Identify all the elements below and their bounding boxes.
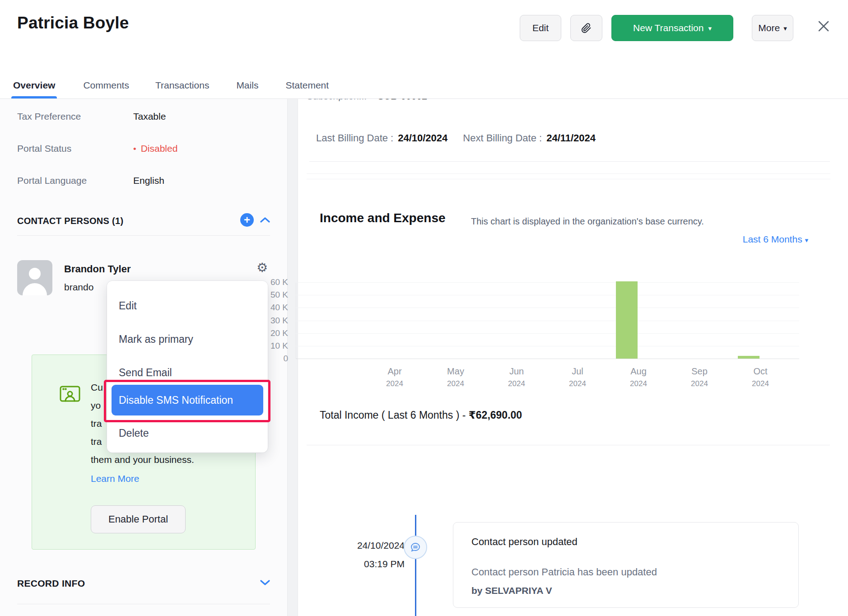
plus-icon: + xyxy=(244,215,250,225)
gridline xyxy=(296,295,799,295)
more-button[interactable]: More ▾ xyxy=(752,15,793,41)
caret-down-icon: ▾ xyxy=(783,25,787,32)
event-description: Contact person Patricia has been updated xyxy=(471,566,657,578)
portal-language-value: English xyxy=(133,175,164,186)
portal-language-label: Portal Language xyxy=(17,175,87,186)
timeline-line xyxy=(415,515,416,616)
chart-period-dropdown[interactable]: Last 6 Months ▾ xyxy=(724,234,808,245)
timeline-comment-icon xyxy=(404,536,427,559)
event-title: Contact person updated xyxy=(471,536,578,548)
page-title: Patricia Boyle xyxy=(17,14,129,33)
gridline xyxy=(296,321,799,321)
timeline-time: 03:19 PM xyxy=(316,559,405,569)
divider xyxy=(307,173,830,174)
new-transaction-button[interactable]: New Transaction ▾ xyxy=(611,15,733,41)
x-axis-label: Oct2024 xyxy=(729,366,792,388)
divider xyxy=(17,604,270,604)
income-expense-chart: 60 K50 K40 K30 K20 K10 K0Apr2024May2024J… xyxy=(296,282,799,359)
chart-subtitle: This chart is displayed in the organizat… xyxy=(471,216,704,227)
clipped-subscription-row: Subscription...SUB-00002 xyxy=(307,99,758,106)
expand-record-info-icon[interactable] xyxy=(260,579,270,586)
close-icon[interactable] xyxy=(815,17,833,35)
customer-portal-icon xyxy=(60,385,80,402)
tab-overview[interactable]: Overview xyxy=(13,72,55,98)
divider xyxy=(307,179,830,179)
edit-button-label: Edit xyxy=(532,23,549,33)
x-axis-label: Jul2024 xyxy=(546,366,609,388)
next-billing-date-value: 24/11/2024 xyxy=(546,132,596,144)
contact-persons-header: CONTACT PERSONS (1) xyxy=(17,216,123,226)
collapse-contact-persons-icon[interactable] xyxy=(260,217,270,223)
billing-dates-row: Last Billing Date : 24/10/2024 Next Bill… xyxy=(316,132,596,144)
caret-down-icon: ▾ xyxy=(805,236,808,244)
menu-item-edit[interactable]: Edit xyxy=(119,300,137,312)
chart-title: Income and Expense xyxy=(320,211,446,225)
divider xyxy=(309,161,830,162)
add-contact-person-button[interactable]: + xyxy=(240,213,254,227)
contact-person-email: brando xyxy=(64,282,93,293)
caret-down-icon: ▾ xyxy=(708,25,712,32)
last-billing-date-label: Last Billing Date : xyxy=(316,132,393,144)
x-axis-label: Apr2024 xyxy=(363,366,426,388)
income-bar xyxy=(616,281,638,359)
edit-button[interactable]: Edit xyxy=(520,15,561,41)
gridline xyxy=(296,333,799,334)
timeline-event-card: Contact person updated Contact person Pa… xyxy=(453,522,799,608)
total-income-text: Total Income ( Last 6 Months ) - ₹62,690… xyxy=(320,409,522,421)
new-transaction-label: New Transaction xyxy=(633,23,704,33)
last-billing-date-value: 24/10/2024 xyxy=(398,132,447,144)
menu-item-send-email[interactable]: Send Email xyxy=(119,367,172,379)
gridline xyxy=(296,346,799,346)
tax-preference-label: Tax Preference xyxy=(17,111,81,122)
tab-transactions[interactable]: Transactions xyxy=(155,72,209,98)
next-billing-date-label: Next Billing Date : xyxy=(463,132,542,144)
divider xyxy=(307,445,830,445)
paperclip-icon xyxy=(581,23,592,33)
record-info-header: RECORD INFO xyxy=(17,578,85,589)
attachment-button[interactable] xyxy=(570,15,602,41)
event-author: by SELVAPRIYA V xyxy=(471,585,552,596)
gridline xyxy=(296,308,799,308)
tab-statement[interactable]: Statement xyxy=(285,72,329,98)
x-axis-label: Jun2024 xyxy=(485,366,548,388)
enable-portal-button[interactable]: Enable Portal xyxy=(91,505,186,533)
x-axis-label: Aug2024 xyxy=(607,366,670,388)
income-bar xyxy=(738,356,759,359)
tab-comments[interactable]: Comments xyxy=(83,72,129,98)
learn-more-link[interactable]: Learn More xyxy=(91,473,139,484)
contact-person-context-menu: Edit Mark as primary Send Email Disable … xyxy=(107,281,268,453)
divider xyxy=(17,235,270,236)
tab-bar: Overview Comments Transactions Mails Sta… xyxy=(0,72,848,99)
x-axis-label: May2024 xyxy=(424,366,487,388)
menu-item-delete[interactable]: Delete xyxy=(119,427,149,439)
gridline xyxy=(296,282,799,283)
tab-mails[interactable]: Mails xyxy=(236,72,258,98)
portal-status-value: •Disabled xyxy=(133,143,177,154)
contact-settings-gear-icon[interactable]: ⚙ xyxy=(256,260,268,275)
menu-item-mark-as-primary[interactable]: Mark as primary xyxy=(119,333,193,345)
portal-status-label: Portal Status xyxy=(17,143,71,154)
x-axis-label: Sep2024 xyxy=(668,366,731,388)
timeline-date: 24/10/2024 xyxy=(316,540,405,551)
menu-item-disable-sms-notification[interactable]: Disable SMS Notification xyxy=(112,385,263,415)
status-dot-icon: • xyxy=(133,144,136,154)
tax-preference-value: Taxable xyxy=(133,111,166,122)
contact-person-name: Brandon Tyler xyxy=(64,263,131,275)
contact-avatar xyxy=(17,260,52,295)
x-axis-baseline xyxy=(296,359,799,359)
more-button-label: More xyxy=(758,23,780,33)
